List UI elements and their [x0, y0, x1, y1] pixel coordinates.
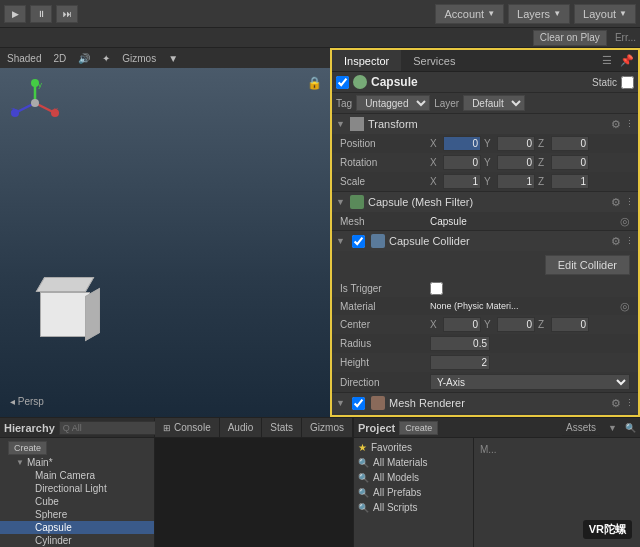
step-button[interactable]: ⏭: [56, 5, 78, 23]
mesh-filter-header[interactable]: ▼ Capsule (Mesh Filter) ⚙ ⋮: [332, 192, 638, 212]
layers-dropdown[interactable]: Layers ▼: [508, 4, 570, 24]
mesh-filter-gear-icon[interactable]: ⚙: [611, 196, 621, 209]
capsule-collider-header[interactable]: ▼ Capsule Collider ⚙ ⋮: [332, 231, 638, 251]
scale-x-input[interactable]: [443, 174, 481, 189]
height-input[interactable]: [430, 355, 490, 370]
2d-button[interactable]: 2D: [50, 53, 69, 64]
inspector-pin-icon[interactable]: 📌: [616, 50, 638, 71]
capsule-collider-settings-icon[interactable]: ⋮: [625, 236, 634, 246]
services-tab[interactable]: Services: [401, 50, 467, 71]
layer-dropdown[interactable]: Default: [463, 95, 525, 111]
rotation-y-input[interactable]: [497, 155, 535, 170]
position-y-input[interactable]: [497, 136, 535, 151]
position-z-axis: Z: [538, 138, 548, 149]
account-dropdown[interactable]: Account ▼: [435, 4, 504, 24]
hierarchy-create-btn[interactable]: Create: [0, 440, 154, 456]
object-name: Capsule: [371, 75, 588, 89]
radius-input[interactable]: [430, 336, 490, 351]
audio-icon[interactable]: 🔊: [75, 53, 93, 64]
position-y-axis: Y: [484, 138, 494, 149]
console-icon: ⊞: [163, 423, 171, 433]
svg-text:y: y: [38, 80, 42, 89]
position-z-input[interactable]: [551, 136, 589, 151]
hierarchy-create-button[interactable]: Create: [8, 441, 47, 455]
play-button[interactable]: ▶: [4, 5, 26, 23]
transform-header[interactable]: ▼ Transform ⚙ ⋮: [332, 114, 638, 134]
mesh-renderer-header[interactable]: ▼ Mesh Renderer ⚙ ⋮: [332, 393, 638, 413]
gizmo: y x z: [10, 78, 60, 128]
rotation-z-input[interactable]: [551, 155, 589, 170]
is-trigger-checkbox[interactable]: [430, 282, 443, 295]
all-prefabs-icon: 🔍: [358, 488, 369, 498]
cast-shadows-row: Cast Shadows On: [332, 413, 638, 415]
direction-dropdown[interactable]: Y-Axis: [430, 374, 630, 390]
center-y-input[interactable]: [497, 317, 535, 332]
mesh-renderer-gear-icon[interactable]: ⚙: [611, 397, 621, 410]
transform-gear-icon[interactable]: ⚙: [611, 118, 621, 131]
viewport-3d[interactable]: y x z 🔒: [0, 68, 330, 417]
project-create-button[interactable]: Create: [399, 421, 438, 435]
mesh-filter-component: ▼ Capsule (Mesh Filter) ⚙ ⋮ Mesh Capsule…: [332, 192, 638, 231]
mesh-renderer-checkbox[interactable]: [352, 397, 365, 410]
gizmos-button[interactable]: Gizmos: [119, 53, 159, 64]
center-z-input[interactable]: [551, 317, 589, 332]
rotation-x-input[interactable]: [443, 155, 481, 170]
position-x-input[interactable]: [443, 136, 481, 151]
hierarchy-item-cylinder[interactable]: Cylinder: [0, 534, 154, 547]
rotation-row: Rotation X Y Z: [332, 153, 638, 172]
mesh-filter-settings-icon[interactable]: ⋮: [625, 197, 634, 207]
object-header: Capsule Static: [332, 72, 638, 93]
tab-console[interactable]: ⊞ Console: [155, 418, 220, 437]
lock-icon: 🔒: [307, 76, 322, 90]
scale-label: Scale: [340, 176, 430, 187]
collider-material-label: Material: [340, 301, 430, 312]
fx-icon[interactable]: ✦: [99, 53, 113, 64]
hierarchy-item-maincamera[interactable]: Main Camera: [0, 469, 154, 482]
object-active-checkbox[interactable]: [336, 76, 349, 89]
static-checkbox[interactable]: [621, 76, 634, 89]
project-item-all-scripts[interactable]: 🔍 All Scripts: [354, 500, 473, 515]
edit-collider-button[interactable]: Edit Collider: [545, 255, 630, 275]
pause-button[interactable]: ⏸: [30, 5, 52, 23]
tag-dropdown[interactable]: Untagged: [356, 95, 430, 111]
direction-label: Direction: [340, 377, 430, 388]
hierarchy-item-capsule[interactable]: Capsule: [0, 521, 154, 534]
tab-audio[interactable]: Audio: [220, 418, 263, 437]
bottom-view-tabs: ⊞ Console Audio Stats Gizmos: [155, 418, 353, 438]
mesh-value: Capsule: [430, 216, 467, 227]
layers-arrow-icon: ▼: [553, 9, 561, 18]
hierarchy-item-sphere[interactable]: Sphere: [0, 508, 154, 521]
hierarchy-item-main[interactable]: ▼ Main*: [0, 456, 154, 469]
mesh-renderer-component: ▼ Mesh Renderer ⚙ ⋮ Cast Shadows On: [332, 393, 638, 415]
scale-y-input[interactable]: [497, 174, 535, 189]
bottom-view: ⊞ Console Audio Stats Gizmos: [155, 418, 353, 547]
radius-label: Radius: [340, 338, 430, 349]
clear-on-play-button[interactable]: Clear on Play: [533, 30, 607, 46]
project-item-all-prefabs[interactable]: 🔍 All Prefabs: [354, 485, 473, 500]
center-x-input[interactable]: [443, 317, 481, 332]
mesh-select-icon[interactable]: ◎: [620, 215, 630, 228]
collider-material-select-icon[interactable]: ◎: [620, 300, 630, 313]
scale-z-input[interactable]: [551, 174, 589, 189]
inspector-scroll[interactable]: Capsule Static Tag Untagged Layer Defaul…: [332, 72, 638, 415]
inspector-tab[interactable]: Inspector: [332, 50, 401, 71]
shaded-button[interactable]: Shaded: [4, 53, 44, 64]
hierarchy-item-cube[interactable]: Cube: [0, 495, 154, 508]
capsule-collider-gear-icon[interactable]: ⚙: [611, 235, 621, 248]
project-search-icon[interactable]: 🔍: [625, 423, 636, 433]
tab-stats[interactable]: Stats: [262, 418, 302, 437]
hierarchy-item-directionallight[interactable]: Directional Light: [0, 482, 154, 495]
project-item-all-models[interactable]: 🔍 All Models: [354, 470, 473, 485]
inspector-menu-icon[interactable]: ☰: [598, 50, 616, 71]
rotation-z-axis: Z: [538, 157, 548, 168]
mesh-renderer-settings-icon[interactable]: ⋮: [625, 398, 634, 408]
project-item-all-materials[interactable]: 🔍 All Materials: [354, 455, 473, 470]
gizmos-arrow-icon[interactable]: ▼: [165, 53, 181, 64]
top-bar: ▶ ⏸ ⏭ Account ▼ Layers ▼ Layout ▼: [0, 0, 640, 28]
hierarchy-title: Hierarchy: [4, 422, 55, 434]
collider-material-row: Material None (Physic Materi... ◎: [332, 297, 638, 315]
layout-dropdown[interactable]: Layout ▼: [574, 4, 636, 24]
transform-settings-icon[interactable]: ⋮: [625, 119, 634, 129]
tab-gizmos[interactable]: Gizmos: [302, 418, 353, 437]
capsule-collider-checkbox[interactable]: [352, 235, 365, 248]
